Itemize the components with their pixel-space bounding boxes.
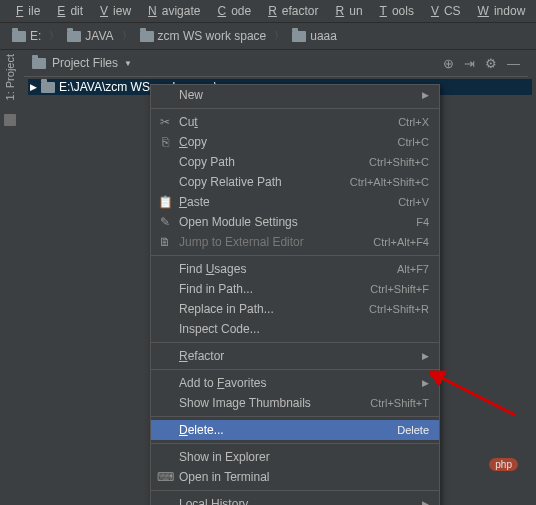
project-view-dropdown[interactable]: Project Files ▼ xyxy=(28,54,443,72)
menu-separator xyxy=(151,416,439,417)
watermark: php xyxy=(489,458,518,471)
menu-tools[interactable]: Tools xyxy=(370,2,419,20)
menu-item-label: Jump to External Editor xyxy=(179,235,353,249)
menu-item-label: Copy Relative Path xyxy=(179,175,330,189)
menu-item-open-in-terminal[interactable]: ⌨Open in Terminal xyxy=(151,467,439,487)
breadcrumb-item[interactable]: E: xyxy=(8,27,45,45)
menu-item-label: Replace in Path... xyxy=(179,302,349,316)
menu-item-copy-relative-path[interactable]: Copy Relative PathCtrl+Alt+Shift+C xyxy=(151,172,439,192)
menu-view[interactable]: View xyxy=(90,2,136,20)
breadcrumb-item[interactable]: JAVA xyxy=(63,27,117,45)
chevron-right-icon: ▶ xyxy=(30,82,37,92)
menu-shortcut: Ctrl+X xyxy=(398,116,429,128)
menu-shortcut: F4 xyxy=(416,216,429,228)
cut-icon: ✂ xyxy=(157,115,173,129)
minimize-icon[interactable]: — xyxy=(507,56,520,71)
menu-item-find-usages[interactable]: Find UsagesAlt+F7 xyxy=(151,259,439,279)
menu-window[interactable]: Window xyxy=(468,2,531,20)
breadcrumb-label: zcm WS work space xyxy=(158,29,267,43)
menu-edit[interactable]: Edit xyxy=(47,2,88,20)
chevron-down-icon: ▼ xyxy=(124,59,132,68)
copy-icon: ⎘ xyxy=(157,135,173,149)
menu-item-label: Add to Favorites xyxy=(179,376,422,390)
edit-icon: ✎ xyxy=(157,215,173,229)
menu-item-paste[interactable]: 📋PasteCtrl+V xyxy=(151,192,439,212)
folder-icon xyxy=(292,31,306,42)
breadcrumb-sep: 〉 xyxy=(274,29,284,43)
menu-item-label: Inspect Code... xyxy=(179,322,429,336)
menu-item-label: Cut xyxy=(179,115,378,129)
menu-item-find-in-path[interactable]: Find in Path...Ctrl+Shift+F xyxy=(151,279,439,299)
menu-item-refactor[interactable]: Refactor▶ xyxy=(151,346,439,366)
folder-icon xyxy=(140,31,154,42)
menu-navigate[interactable]: Navigate xyxy=(138,2,205,20)
menu-item-copy[interactable]: ⎘CopyCtrl+C xyxy=(151,132,439,152)
menu-item-label: Paste xyxy=(179,195,378,209)
menu-item-new[interactable]: New▶ xyxy=(151,85,439,105)
target-icon[interactable]: ⊕ xyxy=(443,56,454,71)
menubar: FileEditViewNavigateCodeRefactorRunTools… xyxy=(0,0,536,23)
menu-refactor[interactable]: Refactor xyxy=(258,2,323,20)
menu-separator xyxy=(151,443,439,444)
breadcrumb-item[interactable]: uaaa xyxy=(288,27,341,45)
breadcrumb-label: E: xyxy=(30,29,41,43)
menu-help[interactable]: Help xyxy=(532,2,536,20)
breadcrumb: E:〉JAVA〉zcm WS work space〉uaaa xyxy=(0,23,536,50)
menu-shortcut: Ctrl+Shift+C xyxy=(369,156,429,168)
menu-run[interactable]: Run xyxy=(326,2,368,20)
menu-separator xyxy=(151,255,439,256)
menu-item-label: Open Module Settings xyxy=(179,215,396,229)
menu-separator xyxy=(151,342,439,343)
menu-shortcut: Ctrl+Shift+R xyxy=(369,303,429,315)
breadcrumb-label: uaaa xyxy=(310,29,337,43)
menu-item-replace-in-path[interactable]: Replace in Path...Ctrl+Shift+R xyxy=(151,299,439,319)
breadcrumb-item[interactable]: zcm WS work space xyxy=(136,27,271,45)
collapse-icon[interactable]: ⇥ xyxy=(464,56,475,71)
svg-line-0 xyxy=(438,376,515,415)
menu-shortcut: Ctrl+V xyxy=(398,196,429,208)
menu-item-label: Show in Explorer xyxy=(179,450,429,464)
menu-item-copy-path[interactable]: Copy PathCtrl+Shift+C xyxy=(151,152,439,172)
menu-shortcut: Ctrl+Shift+F xyxy=(370,283,429,295)
context-menu: New▶✂CutCtrl+X⎘CopyCtrl+CCopy PathCtrl+S… xyxy=(150,84,440,505)
toolbar-icons: ⊕ ⇥ ⚙ — xyxy=(443,56,520,71)
menu-item-show-in-explorer[interactable]: Show in Explorer xyxy=(151,447,439,467)
dropdown-label: Project Files xyxy=(52,56,118,70)
menu-separator xyxy=(151,490,439,491)
side-tabs: 1: Project xyxy=(0,46,20,126)
term-icon: ⌨ xyxy=(157,470,173,484)
menu-code[interactable]: Code xyxy=(207,2,256,20)
menu-item-local-history[interactable]: Local History▶ xyxy=(151,494,439,505)
menu-item-label: Refactor xyxy=(179,349,422,363)
menu-item-add-to-favorites[interactable]: Add to Favorites▶ xyxy=(151,373,439,393)
side-tab-project[interactable]: 1: Project xyxy=(2,50,18,104)
menu-item-label: Show Image Thumbnails xyxy=(179,396,350,410)
menu-item-label: Find Usages xyxy=(179,262,377,276)
menu-item-show-image-thumbnails[interactable]: Show Image ThumbnailsCtrl+Shift+T xyxy=(151,393,439,413)
menu-vcs[interactable]: VCS xyxy=(421,2,466,20)
side-tab-structure[interactable] xyxy=(4,114,16,126)
chevron-right-icon: ▶ xyxy=(422,499,429,505)
breadcrumb-sep: 〉 xyxy=(49,29,59,43)
menu-shortcut: Ctrl+Alt+Shift+C xyxy=(350,176,429,188)
menu-shortcut: Alt+F7 xyxy=(397,263,429,275)
menu-item-label: Delete... xyxy=(179,423,377,437)
menu-item-inspect-code[interactable]: Inspect Code... xyxy=(151,319,439,339)
doc-icon: 🗎 xyxy=(157,235,173,249)
menu-separator xyxy=(151,369,439,370)
menu-separator xyxy=(151,108,439,109)
gear-icon[interactable]: ⚙ xyxy=(485,56,497,71)
menu-shortcut: Ctrl+C xyxy=(398,136,429,148)
breadcrumb-label: JAVA xyxy=(85,29,113,43)
menu-item-label: Local History xyxy=(179,497,422,505)
menu-item-label: Find in Path... xyxy=(179,282,350,296)
menu-item-label: Copy Path xyxy=(179,155,349,169)
folder-icon xyxy=(41,82,55,93)
menu-shortcut: Ctrl+Alt+F4 xyxy=(373,236,429,248)
menu-item-open-module-settings[interactable]: ✎Open Module SettingsF4 xyxy=(151,212,439,232)
menu-item-cut[interactable]: ✂CutCtrl+X xyxy=(151,112,439,132)
project-toolbar: Project Files ▼ ⊕ ⇥ ⚙ — xyxy=(24,50,528,77)
menu-item-delete[interactable]: Delete...Delete xyxy=(151,420,439,440)
chevron-right-icon: ▶ xyxy=(422,378,429,388)
menu-file[interactable]: File xyxy=(6,2,45,20)
